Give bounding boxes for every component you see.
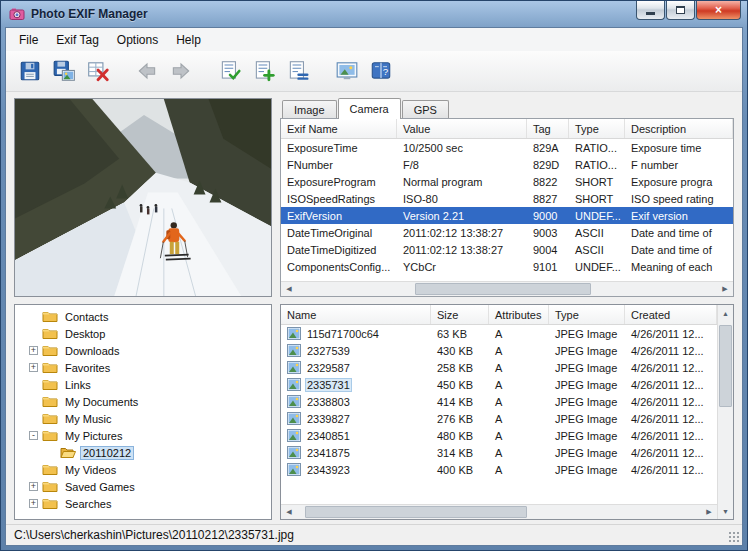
save-button[interactable] — [14, 56, 45, 87]
tree-item-label: 20110212 — [80, 446, 134, 460]
exif-row[interactable]: ExposureTime10/2500 sec829ARATIO...Expos… — [281, 139, 733, 156]
add-tag-button[interactable] — [248, 56, 279, 87]
tree-item-searches[interactable]: +Searches — [15, 495, 271, 512]
previous-button[interactable] — [131, 56, 162, 87]
menu-options[interactable]: Options — [108, 30, 167, 50]
exif-row[interactable]: ComponentsConfig...YCbCr9101UNDEF...Mean… — [281, 258, 733, 275]
exif-row[interactable]: ExposureProgramNormal program8822SHORTEx… — [281, 173, 733, 190]
main-content: Image Camera GPS Exif Name Value Tag Typ… — [6, 92, 742, 524]
tag-list-icon — [286, 59, 310, 83]
menu-help[interactable]: Help — [167, 30, 210, 50]
exif-header-description[interactable]: Description — [625, 119, 733, 138]
file-cell-created: 4/26/2011 12... — [625, 410, 717, 427]
maximize-button[interactable] — [666, 1, 695, 20]
scroll-left-button[interactable]: ◀ — [281, 505, 297, 519]
file-cell-type: JPEG Image — [549, 393, 625, 410]
exif-cell-description: Exposure progra — [625, 173, 733, 190]
exif-header-tag[interactable]: Tag — [527, 119, 569, 138]
exif-row[interactable]: DateTimeOriginal2011:02:12 13:38:279003A… — [281, 224, 733, 241]
tree-item-downloads[interactable]: +Downloads — [15, 342, 271, 359]
minimize-button[interactable] — [636, 1, 665, 20]
menu-file[interactable]: File — [10, 30, 47, 50]
exif-row[interactable]: ExifVersionVersion 2.219000UNDEF...Exif … — [281, 207, 733, 224]
exif-header-type[interactable]: Type — [569, 119, 625, 138]
tree-item-favorites[interactable]: +Favorites — [15, 359, 271, 376]
exif-cell-name: DateTimeOriginal — [281, 224, 397, 241]
title-bar[interactable]: Photo EXIF Manager × — [1, 1, 747, 27]
tree-item-my-music[interactable]: My Music — [15, 410, 271, 427]
file-row[interactable]: 2340851480 KBAJPEG Image4/26/2011 12... — [281, 427, 717, 444]
resize-grip[interactable] — [728, 531, 739, 542]
tree-item-my-documents[interactable]: My Documents — [15, 393, 271, 410]
file-row[interactable]: 2329587258 KBAJPEG Image4/26/2011 12... — [281, 359, 717, 376]
exif-row[interactable]: FNumberF/8829DRATIO...F number — [281, 156, 733, 173]
exif-header-value[interactable]: Value — [397, 119, 527, 138]
file-row[interactable]: 2341875314 KBAJPEG Image4/26/2011 12... — [281, 444, 717, 461]
file-name-label: 2343923 — [305, 464, 352, 476]
tab-camera[interactable]: Camera — [338, 98, 401, 119]
help-button[interactable]: ? — [365, 56, 396, 87]
scroll-right-button[interactable]: ▶ — [701, 505, 717, 519]
scrollbar-track[interactable] — [297, 282, 717, 296]
file-header-name[interactable]: Name — [281, 305, 431, 324]
file-header-created[interactable]: Created — [625, 305, 717, 324]
exif-row[interactable]: DateTimeDigitized2011:02:12 13:38:279004… — [281, 241, 733, 258]
file-row[interactable]: 2338803414 KBAJPEG Image4/26/2011 12... — [281, 393, 717, 410]
scroll-down-button[interactable]: ▼ — [718, 503, 733, 519]
file-row[interactable]: 2343923400 KBAJPEG Image4/26/2011 12... — [281, 461, 717, 478]
tree-item-desktop[interactable]: Desktop — [15, 325, 271, 342]
next-button[interactable] — [165, 56, 196, 87]
exif-cell-type: UNDEF... — [569, 258, 625, 275]
save-image-button[interactable] — [48, 56, 79, 87]
tree-expander[interactable]: + — [29, 482, 38, 491]
scroll-up-button[interactable]: ▲ — [718, 305, 733, 321]
tree-expander[interactable]: + — [29, 346, 38, 355]
tree-expander[interactable]: + — [29, 499, 38, 508]
tree-item-links[interactable]: Links — [15, 376, 271, 393]
file-row[interactable]: 2327539430 KBAJPEG Image4/26/2011 12... — [281, 342, 717, 359]
menu-exif-tag[interactable]: Exif Tag — [47, 30, 107, 50]
close-button[interactable]: × — [696, 1, 741, 20]
tree-expander[interactable]: - — [29, 431, 38, 440]
exif-row[interactable]: ISOSpeedRatingsISO-808827SHORTISO speed … — [281, 190, 733, 207]
exif-cell-tag: 9101 — [527, 258, 569, 275]
tree-item-contacts[interactable]: Contacts — [15, 308, 271, 325]
file-grid-header: Name Size Attributes Type Created — [281, 305, 717, 325]
file-header-size[interactable]: Size — [431, 305, 489, 324]
exif-cell-description: ISO speed rating — [625, 190, 733, 207]
file-cell-created: 4/26/2011 12... — [625, 461, 717, 478]
scrollbar-thumb[interactable] — [415, 283, 591, 295]
exif-header-name[interactable]: Exif Name — [281, 119, 397, 138]
tree-expander[interactable]: + — [29, 363, 38, 372]
tab-gps[interactable]: GPS — [402, 100, 449, 119]
file-row[interactable]: 2339827276 KBAJPEG Image4/26/2011 12... — [281, 410, 717, 427]
file-hscrollbar[interactable]: ◀ ▶ — [281, 504, 717, 519]
file-header-type[interactable]: Type — [549, 305, 625, 324]
tree-item-my-pictures[interactable]: -My Pictures — [15, 427, 271, 444]
toolbar: ? — [6, 51, 742, 92]
file-header-attributes[interactable]: Attributes — [489, 305, 549, 324]
scrollbar-track[interactable] — [297, 505, 701, 519]
tree-item-20110212[interactable]: 20110212 — [15, 444, 271, 461]
file-cell-size: 314 KB — [431, 444, 489, 461]
view-image-button[interactable] — [331, 56, 362, 87]
tab-image[interactable]: Image — [282, 100, 337, 119]
file-row[interactable]: 2335731450 KBAJPEG Image4/26/2011 12... — [281, 376, 717, 393]
file-name-label: 115d71700c64 — [305, 328, 381, 340]
delete-exif-button[interactable] — [82, 56, 113, 87]
scroll-right-button[interactable]: ▶ — [717, 282, 733, 296]
tree-item-saved-games[interactable]: +Saved Games — [15, 478, 271, 495]
file-row[interactable]: 115d71700c6463 KBAJPEG Image4/26/2011 12… — [281, 325, 717, 342]
scrollbar-thumb[interactable] — [719, 325, 732, 407]
file-vscrollbar[interactable]: ▲ ▼ — [717, 305, 733, 519]
exif-cell-description: Date and time of — [625, 241, 733, 258]
tree-item-my-videos[interactable]: My Videos — [15, 461, 271, 478]
scroll-left-button[interactable]: ◀ — [281, 282, 297, 296]
tag-list-button[interactable] — [282, 56, 313, 87]
exif-cell-value: Normal program — [397, 173, 527, 190]
scrollbar-track[interactable] — [718, 321, 733, 503]
exif-hscrollbar[interactable]: ◀ ▶ — [281, 281, 733, 296]
add-tag-icon — [252, 59, 276, 83]
edit-tag-button[interactable] — [214, 56, 245, 87]
scrollbar-thumb[interactable] — [305, 506, 527, 518]
